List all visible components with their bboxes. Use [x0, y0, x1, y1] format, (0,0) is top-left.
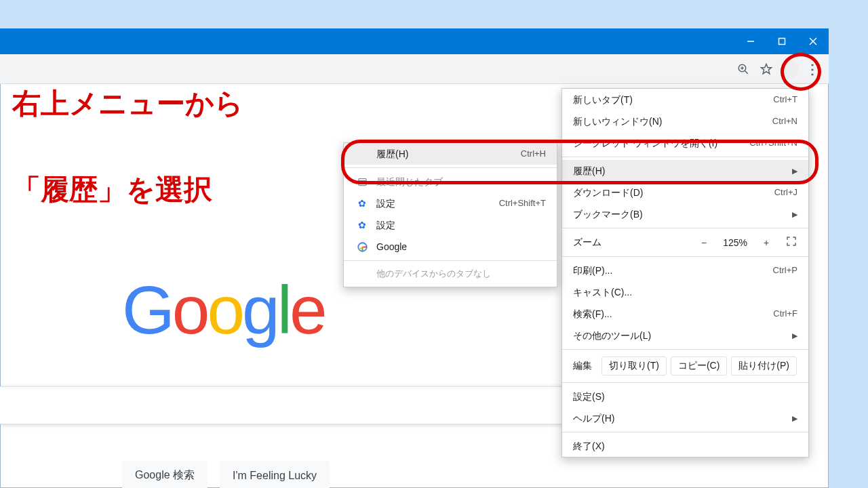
menu-history[interactable]: 履歴(H)▶ [562, 160, 808, 182]
zoom-value: 125% [723, 237, 747, 248]
copy-button[interactable]: コピー(C) [671, 357, 727, 375]
browser-toolbar: ⋮ [0, 54, 829, 84]
window-titlebar [0, 28, 829, 54]
menu-exit[interactable]: 終了(X) [562, 435, 808, 457]
gear-icon: ✿ [355, 218, 370, 232]
zoom-out-button[interactable]: − [696, 237, 712, 248]
profile-avatar-icon[interactable] [780, 60, 799, 79]
google-favicon-icon [355, 242, 370, 252]
bookmark-star-icon[interactable] [757, 60, 776, 79]
edit-label: 編集 [568, 360, 597, 372]
maximize-button[interactable] [766, 28, 797, 54]
zoom-in-button[interactable]: + [758, 237, 774, 248]
svg-rect-9 [358, 178, 366, 185]
submenu-no-other-tabs: 他のデバイスからのタブなし [344, 264, 557, 287]
submenu-recent-2[interactable]: ✿設定 [344, 214, 557, 236]
svg-rect-1 [779, 39, 785, 45]
menu-cast[interactable]: キャスト(C)... [562, 281, 808, 303]
history-submenu: 履歴(H) Ctrl+H 最近閉じたタブ ✿設定 Ctrl+Shift+T ✿設… [343, 142, 557, 287]
menu-bookmarks[interactable]: ブックマーク(B)▶ [562, 203, 808, 225]
svg-marker-8 [762, 64, 772, 73]
menu-help[interactable]: ヘルプ(H)▶ [562, 407, 808, 429]
menu-incognito[interactable]: シークレット ウィンドウを開く(I)Ctrl+Shift+N [562, 132, 808, 154]
minimize-button[interactable] [735, 28, 766, 54]
chrome-main-menu: 新しいタブ(T)Ctrl+T 新しいウィンドウ(N)Ctrl+N シークレット … [561, 88, 809, 458]
menu-print[interactable]: 印刷(P)...Ctrl+P [562, 260, 808, 281]
google-search-button[interactable]: Google 検索 [122, 461, 208, 488]
window-icon [355, 177, 370, 187]
submenu-recent-3[interactable]: Google [344, 236, 557, 258]
submenu-recent-1[interactable]: ✿設定 Ctrl+Shift+T [344, 192, 557, 214]
paste-button[interactable]: 貼り付け(P) [731, 357, 797, 375]
menu-more-tools[interactable]: その他のツール(L)▶ [562, 325, 808, 346]
cut-button[interactable]: 切り取り(T) [601, 357, 667, 375]
menu-settings[interactable]: 設定(S) [562, 386, 808, 407]
zoom-label: ズーム [573, 237, 601, 249]
submenu-recent-tabs-header: 最近閉じたタブ [344, 171, 557, 192]
google-logo: Google [122, 271, 325, 349]
menu-new-window[interactable]: 新しいウィンドウ(N)Ctrl+N [562, 110, 808, 132]
menu-edit: 編集 切り取り(T) コピー(C) 貼り付け(P) [562, 352, 808, 380]
menu-find[interactable]: 検索(F)...Ctrl+F [562, 303, 808, 325]
feeling-lucky-button[interactable]: I'm Feeling Lucky [220, 461, 330, 488]
fullscreen-icon[interactable] [785, 235, 797, 249]
menu-downloads[interactable]: ダウンロード(D)Ctrl+J [562, 182, 808, 203]
gear-icon: ✿ [355, 197, 370, 210]
close-button[interactable] [797, 28, 829, 54]
more-menu-icon[interactable]: ⋮ [803, 60, 822, 79]
submenu-history[interactable]: 履歴(H) Ctrl+H [344, 143, 557, 165]
menu-new-tab[interactable]: 新しいタブ(T)Ctrl+T [562, 89, 808, 110]
svg-line-5 [745, 70, 748, 74]
menu-zoom: ズーム − 125% + [562, 231, 808, 253]
zoom-icon[interactable] [734, 60, 753, 79]
